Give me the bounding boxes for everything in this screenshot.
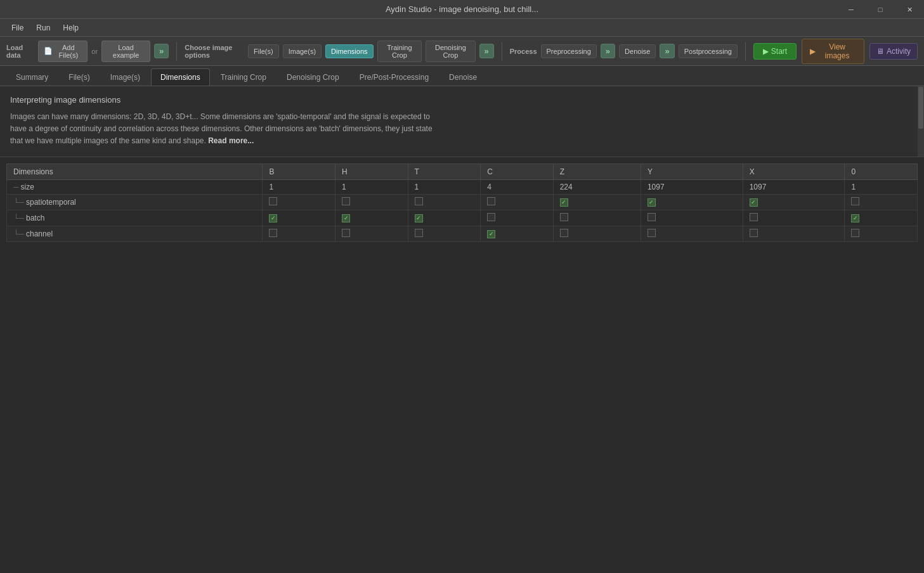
- row-size-h: 1: [335, 179, 408, 194]
- row-channel-b[interactable]: [263, 226, 335, 241]
- row-spatiotemporal-z[interactable]: [553, 194, 641, 210]
- row-spatiotemporal-c[interactable]: [481, 194, 554, 210]
- col-b: B: [263, 164, 335, 179]
- checkbox-channel-x[interactable]: [750, 229, 758, 237]
- pipeline-files-button[interactable]: File(s): [248, 44, 279, 58]
- row-spatiotemporal-x[interactable]: [743, 194, 845, 210]
- maximize-button[interactable]: □: [866, 0, 895, 19]
- row-size-c: 4: [481, 179, 554, 194]
- checkbox-batch-y[interactable]: [647, 213, 656, 221]
- tab-training-crop[interactable]: Training Crop: [211, 68, 276, 86]
- checkbox-channel-c[interactable]: [487, 230, 495, 238]
- tree-indent: ─: [13, 183, 19, 191]
- checkbox-batch-b[interactable]: [269, 214, 277, 222]
- row-size-x: 1097: [743, 179, 845, 194]
- menu-run[interactable]: Run: [30, 21, 56, 35]
- row-size-b: 1: [263, 179, 335, 194]
- tab-images[interactable]: Image(s): [101, 68, 150, 86]
- checkbox-spatiotemporal-0[interactable]: [851, 197, 859, 205]
- checkbox-channel-h[interactable]: [342, 229, 350, 237]
- row-channel-y[interactable]: [641, 226, 743, 241]
- checkbox-channel-b[interactable]: [269, 229, 277, 237]
- row-batch-h[interactable]: [335, 210, 408, 226]
- start-button[interactable]: ▶ Start: [753, 43, 797, 60]
- minimize-button[interactable]: ─: [836, 0, 866, 19]
- row-spatiotemporal-h[interactable]: [335, 194, 408, 210]
- row-spatiotemporal-t[interactable]: [408, 194, 481, 210]
- tab-denoising-crop[interactable]: Denoising Crop: [277, 68, 349, 86]
- process-section: Process Preprocessing » Denoise » Postpr…: [510, 44, 738, 58]
- menu-help[interactable]: Help: [56, 21, 85, 35]
- col-x: X: [743, 164, 845, 179]
- info-scrollbar[interactable]: [918, 86, 924, 157]
- activity-label: Activity: [887, 47, 911, 56]
- start-label: Start: [771, 47, 787, 56]
- checkbox-batch-z[interactable]: [560, 213, 568, 221]
- checkbox-channel-z[interactable]: [560, 229, 568, 237]
- view-images-button[interactable]: ▶ View images: [802, 39, 864, 64]
- choose-image-arrow[interactable]: »: [479, 44, 494, 58]
- table-section: Dimensions B H T C Z Y X 0 ─size 1: [0, 157, 924, 248]
- checkbox-channel-t[interactable]: [415, 229, 423, 237]
- table-row: └─spatiotemporal: [7, 194, 918, 210]
- checkbox-channel-0[interactable]: [851, 229, 859, 237]
- pipeline-dimensions-button[interactable]: Dimensions: [325, 44, 373, 58]
- choose-image-label: Choose image options: [185, 44, 244, 59]
- checkbox-channel-y[interactable]: [647, 229, 656, 237]
- row-spatiotemporal-0[interactable]: [845, 194, 918, 210]
- row-channel-c[interactable]: [481, 226, 554, 241]
- activity-button[interactable]: 🖥 Activity: [869, 43, 918, 60]
- denoise-button[interactable]: Denoise: [619, 44, 656, 58]
- checkbox-spatiotemporal-c[interactable]: [487, 197, 495, 205]
- checkbox-batch-h[interactable]: [342, 214, 350, 222]
- checkbox-spatiotemporal-h[interactable]: [342, 197, 350, 205]
- load-data-arrow[interactable]: »: [154, 44, 169, 58]
- info-section: Interpreting image dimensions Images can…: [0, 86, 924, 157]
- checkbox-batch-t[interactable]: [415, 214, 423, 222]
- close-button[interactable]: ✕: [895, 0, 924, 19]
- menu-file[interactable]: File: [5, 21, 30, 35]
- checkbox-batch-x[interactable]: [750, 213, 758, 221]
- row-channel-0[interactable]: [845, 226, 918, 241]
- row-channel-z[interactable]: [553, 226, 641, 241]
- preprocessing-button[interactable]: Preprocessing: [541, 44, 597, 58]
- checkbox-spatiotemporal-z[interactable]: [560, 198, 568, 207]
- or-text: or: [91, 48, 98, 55]
- pipeline-training-crop-button[interactable]: Training Crop: [377, 41, 422, 62]
- view-images-label: View images: [818, 42, 856, 60]
- row-channel-h[interactable]: [335, 226, 408, 241]
- row-batch-x[interactable]: [743, 210, 845, 226]
- tab-files[interactable]: File(s): [59, 68, 99, 86]
- tab-summary[interactable]: Summary: [6, 68, 58, 86]
- row-spatiotemporal-b[interactable]: [263, 194, 335, 210]
- row-spatiotemporal-label: └─spatiotemporal: [7, 194, 263, 210]
- row-batch-y[interactable]: [641, 210, 743, 226]
- row-batch-0[interactable]: [845, 210, 918, 226]
- row-batch-z[interactable]: [553, 210, 641, 226]
- checkbox-spatiotemporal-b[interactable]: [269, 197, 277, 205]
- choose-image-section: Choose image options File(s) Image(s) Di…: [185, 41, 494, 62]
- load-example-button[interactable]: Load example: [101, 41, 150, 62]
- tab-pre-post-processing[interactable]: Pre/Post-Processing: [350, 68, 438, 86]
- row-spatiotemporal-y[interactable]: [641, 194, 743, 210]
- checkbox-batch-c[interactable]: [487, 213, 495, 221]
- tab-dimensions[interactable]: Dimensions: [151, 68, 210, 86]
- process-arrow-1[interactable]: »: [601, 44, 615, 58]
- checkbox-batch-0[interactable]: [851, 214, 859, 222]
- row-batch-c[interactable]: [481, 210, 554, 226]
- pipeline-denoising-crop-button[interactable]: Denoising Crop: [426, 41, 475, 62]
- row-batch-t[interactable]: [408, 210, 481, 226]
- postprocessing-button[interactable]: Postprocessing: [679, 44, 738, 58]
- add-files-button[interactable]: 📄 Add File(s): [38, 41, 88, 62]
- checkbox-spatiotemporal-y[interactable]: [647, 198, 656, 207]
- table-row: └─channel: [7, 226, 918, 241]
- tab-denoise[interactable]: Denoise: [439, 68, 486, 86]
- checkbox-spatiotemporal-x[interactable]: [750, 198, 758, 207]
- row-batch-b[interactable]: [263, 210, 335, 226]
- row-channel-t[interactable]: [408, 226, 481, 241]
- process-arrow-2[interactable]: »: [660, 44, 674, 58]
- row-channel-x[interactable]: [743, 226, 845, 241]
- checkbox-spatiotemporal-t[interactable]: [415, 197, 423, 205]
- pipeline-images-button[interactable]: Image(s): [283, 44, 322, 58]
- read-more-link[interactable]: Read more...: [208, 136, 254, 145]
